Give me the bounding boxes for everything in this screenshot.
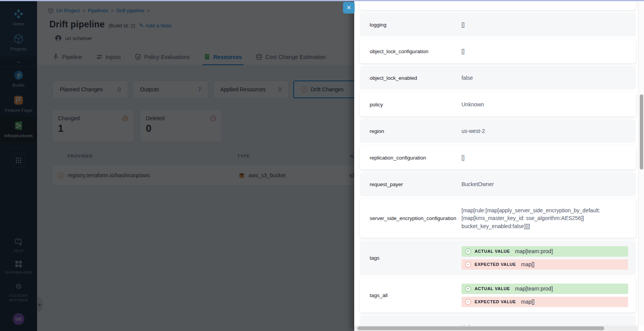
actual-value-banner: ✓ACTUAL VALUEmap[team:prod] [461, 284, 628, 294]
panel-row-value: [] [461, 154, 624, 161]
actual-value-text: map[team:prod] [515, 248, 553, 254]
panel-row-value: us-west-2 [461, 127, 624, 135]
expected-value-text: map[] [521, 299, 534, 305]
panel-row-key: tags_all [370, 292, 461, 298]
minus-circle-icon: − [465, 299, 471, 305]
panel-row-request_payer: request_payerBucketOwner [360, 172, 636, 196]
panel-row-value: [] [461, 21, 624, 29]
panel-row-server_side_encryption_configuration: server_side_encryption_configuration[map… [360, 199, 636, 238]
panel-row-key: request_payer [370, 181, 461, 187]
panel-row-object_lock_configuration: object_lock_configuration[] [360, 39, 636, 63]
actual-value-label: ACTUAL VALUE [475, 286, 510, 291]
panel-row-key: policy [370, 102, 461, 108]
panel-row-partial [360, 0, 636, 10]
panel-row-logging: logging[] [360, 13, 636, 37]
panel-row-value: Unknown [461, 101, 624, 108]
panel-row-key: server_side_encryption_configuration [370, 215, 461, 221]
resource-details-drawer: logging[]object_lock_configuration[]obje… [354, 0, 644, 331]
check-circle-icon: ✓ [465, 249, 471, 254]
panel-row-key: replication_configuration [370, 155, 461, 161]
expected-value-label: EXPECTED VALUE [475, 262, 516, 267]
actual-value-label: ACTUAL VALUE [475, 249, 510, 254]
panel-row-value: [] [461, 47, 624, 55]
expected-value-label: EXPECTED VALUE [475, 299, 516, 304]
panel-row-value: false [461, 74, 624, 82]
panel-row-object_lock_enabled: object_lock_enabledfalse [360, 66, 636, 90]
drawer-close-button[interactable]: ✕ [343, 2, 355, 13]
app-root: HomeProjects ▲ BuildsFeature FlagsInfras… [0, 0, 644, 331]
panel-row-replication_configuration: replication_configuration[] [360, 146, 636, 170]
drift-value-banners: ✓ACTUAL VALUEmap[team:prod]−EXPECTED VAL… [461, 246, 628, 270]
panel-row-key: object_lock_enabled [370, 75, 461, 81]
horizontal-scrollbar[interactable] [354, 326, 638, 331]
panel-row-tags_all: tags_all✓ACTUAL VALUEmap[team:prod]−EXPE… [360, 278, 636, 313]
drift-value-banners: ✓ACTUAL VALUEmap[team:prod]−EXPECTED VAL… [461, 284, 628, 307]
panel-row-tags: tags✓ACTUAL VALUEmap[team:prod]−EXPECTED… [360, 240, 636, 275]
panel-row-key: tags [370, 255, 461, 261]
panel-row-value: [map[rule:[map[apply_server_side_encrypt… [461, 207, 624, 230]
actual-value-banner: ✓ACTUAL VALUEmap[team:prod] [461, 246, 628, 257]
vertical-scrollbar[interactable] [638, 1, 644, 326]
panel-row-policy: policyUnknown [360, 92, 636, 116]
check-circle-icon: ✓ [465, 286, 471, 292]
expected-value-banner: −EXPECTED VALUEmap[] [461, 297, 628, 307]
vertical-scrollbar-thumb[interactable] [640, 94, 643, 170]
expected-value-text: map[] [521, 261, 534, 267]
horizontal-scrollbar-thumb[interactable] [357, 326, 604, 330]
actual-value-text: map[team:prod] [515, 286, 553, 292]
panel-row-value: BucketOwner [461, 180, 624, 188]
panel-row-key: region [370, 128, 461, 134]
minus-circle-icon: − [465, 262, 471, 267]
panel-row-key: object_lock_configuration [370, 49, 461, 54]
top-edge-strip [0, 0, 644, 1]
expected-value-banner: −EXPECTED VALUEmap[] [461, 259, 628, 270]
panel-row-key: logging [370, 22, 461, 28]
close-icon: ✕ [347, 4, 352, 11]
panel-row-region: regionus-west-2 [360, 119, 636, 143]
